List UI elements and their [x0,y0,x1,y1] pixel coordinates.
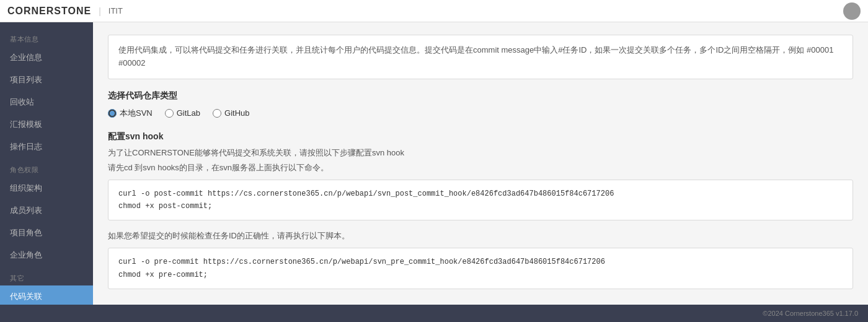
sidebar-item-project-list[interactable]: 项目列表 [0,69,93,91]
sidebar-item-company-info[interactable]: 企业信息 [0,46,93,69]
radio-gitlab-label: GitLab [177,108,200,118]
radio-github-label: GitHub [224,108,249,118]
hook-section-title: 配置svn hook [108,131,853,142]
layout: 基本信息 企业信息 项目列表 回收站 汇报模板 操作日志 角色权限 组织架构 成… [0,22,868,305]
code1-line1: curl -o post-commit https://cs.cornersto… [118,188,843,200]
sidebar-item-project-role[interactable]: 项目角色 [0,222,93,244]
hook-desc: 为了让CORNERSTONE能够将代码提交和系统关联，请按照以下步骤配置svn … [108,147,853,159]
sidebar-section-other: 其它 [0,266,93,285]
main-content: 使用代码集成，可以将代码提交和任务进行关联，并且统计每个用户的代码提交信息。提交… [93,22,868,305]
code-block-2: curl -o pre-commit https://cs.cornerston… [108,248,853,289]
radio-gitlab-input[interactable] [165,109,174,118]
radio-github[interactable]: GitHub [213,108,249,118]
sidebar-section-roles: 角色权限 [0,158,93,177]
header: CORNERSTONE | ITIT [0,0,868,22]
footer: ©2024 Cornerstone365 v1.17.0 [0,305,868,322]
sidebar-section-basic: 基本信息 [0,27,93,46]
sidebar-item-org-structure[interactable]: 组织架构 [0,177,93,199]
info-box: 使用代码集成，可以将代码提交和任务进行关联，并且统计每个用户的代码提交信息。提交… [108,35,853,79]
sidebar-item-report-template[interactable]: 汇报模板 [0,113,93,136]
code-block-1: curl -o post-commit https://cs.cornersto… [108,180,853,221]
radio-github-input[interactable] [213,109,221,118]
sidebar: 基本信息 企业信息 项目列表 回收站 汇报模板 操作日志 角色权限 组织架构 成… [0,22,93,305]
code1-line2: chmod +x post-commit; [118,200,843,212]
logo: CORNERSTONE [7,6,91,17]
radio-gitlab[interactable]: GitLab [165,108,200,118]
sidebar-item-operation-log[interactable]: 操作日志 [0,136,93,158]
sidebar-item-member-list[interactable]: 成员列表 [0,199,93,222]
code2-line2: chmod +x pre-commit; [118,269,843,281]
avatar[interactable] [843,2,861,20]
repo-type-group: 本地SVN GitLab GitHub [108,108,853,119]
footer-text: ©2024 Cornerstone365 v1.17.0 [763,310,858,317]
code2-line1: curl -o pre-commit https://cs.cornerston… [118,256,843,268]
header-divider: | [99,6,101,16]
hook-instruction: 请先cd 到svn hooks的目录，在svn服务器上面执行以下命令。 [108,162,853,173]
sub-desc: 如果您希望提交的时候能检查任务ID的正确性，请再执行以下脚本。 [108,230,853,242]
sidebar-item-enterprise-role[interactable]: 企业角色 [0,244,93,266]
repo-type-label: 选择代码仓库类型 [108,90,853,102]
radio-local-svn[interactable]: 本地SVN [108,108,153,119]
info-text: 使用代码集成，可以将代码提交和任务进行关联，并且统计每个用户的代码提交信息。提交… [118,45,833,67]
header-project: ITIT [108,6,123,15]
sidebar-item-recycle-bin[interactable]: 回收站 [0,91,93,113]
sidebar-item-code-link[interactable]: 代码关联 [0,285,93,305]
radio-local-svn-input[interactable] [108,109,117,118]
radio-local-svn-label: 本地SVN [120,108,153,119]
